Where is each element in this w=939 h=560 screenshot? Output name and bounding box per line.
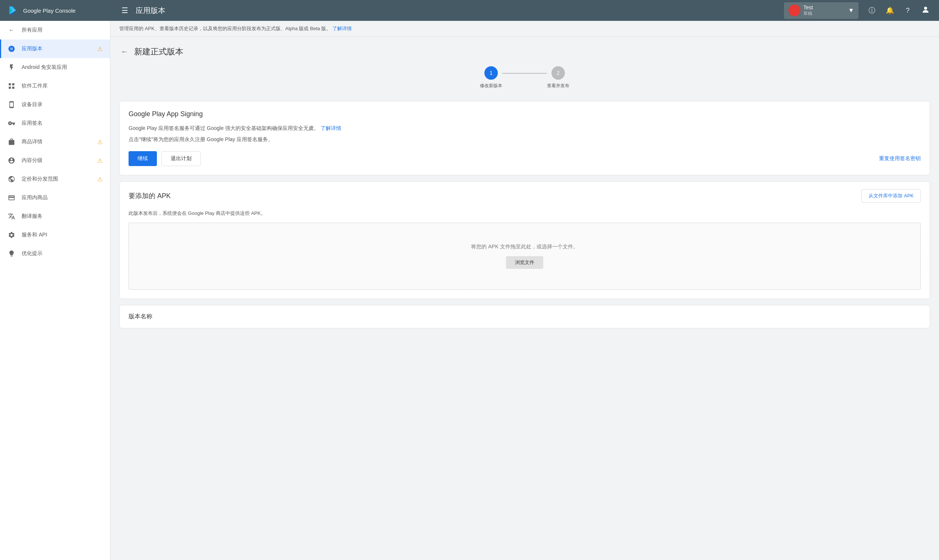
back-arrow-icon: ← [8,26,15,34]
device-icon [8,100,15,109]
drop-zone[interactable]: 将您的 APK 文件拖至此处，或选择一个文件。 浏览文件 [128,223,921,290]
warning-icon-content-rating: ⚠ [97,157,102,164]
sidebar-item-pricing[interactable]: 定价和分发范围 ⚠ [0,170,110,188]
warning-icon-app-version: ⚠ [97,45,102,52]
version-name-section: 版本名称 [119,305,930,328]
step-1-circle: 1 [484,66,498,80]
header-icons: ⓘ 🔔 ? [865,3,933,18]
sidebar-item-optimization[interactable]: 优化提示 [0,244,110,263]
app-selector[interactable]: Test 草稿 ▼ [784,2,859,19]
account-icon [921,5,930,16]
header-page-title: 应用版本 [136,6,165,15]
signing-card-desc1: Google Play 应用签名服务可通过 Google 强大的安全基础架构确保… [128,124,921,132]
top-header: Google Play Console ☰ 应用版本 Test 草稿 ▼ ⓘ 🔔… [0,0,939,21]
sidebar-item-software-lib[interactable]: 软件工件库 [0,77,110,95]
info-bar: 管理应用的 APK、查看版本历史记录，以及将您的应用分阶段发布为正式版、Alph… [110,21,939,37]
sidebar-item-device-catalog[interactable]: 设备目录 [0,95,110,114]
signing-card-desc2: 点击"继续"将为您的应用永久注册 Google Play 应用签名服务。 [128,135,921,143]
step-2: 2 查看并发布 [547,66,569,89]
drop-zone-text: 将您的 APK 文件拖至此处，或选择一个文件。 [471,243,578,250]
sidebar-item-app-signing[interactable]: 应用签名 [0,114,110,132]
store-icon [8,138,15,146]
step-1: 1 修改新版本 [480,66,502,89]
back-arrow-icon: ← [121,47,128,55]
key-icon [8,119,15,127]
sidebar-item-translation[interactable]: 翻译服务 [0,207,110,226]
sidebar-label-services-api: 服务和 API [22,232,102,238]
apk-section-title: 要添加的 APK [128,191,171,200]
sidebar-label-pricing: 定价和分发范围 [22,176,91,182]
step-connector [502,73,547,74]
google-play-logo [6,4,19,17]
signing-card-title: Google Play App Signing [128,110,921,118]
sidebar-label-in-app: 应用内商品 [22,194,102,201]
sidebar-label-all-apps: 所有应用 [22,27,102,34]
translate-icon [8,212,15,220]
version-section-title: 版本名称 [128,313,153,320]
sidebar-label-app-version: 应用版本 [22,45,91,52]
hamburger-button[interactable]: ☰ [120,5,130,16]
warning-icon-store-details: ⚠ [97,138,102,146]
signing-card-actions-left: 继续 退出计划 [128,151,201,166]
add-apk-button[interactable]: 从文件库中添加 APK [862,189,921,203]
sidebar-item-android-instant[interactable]: Android 免安装应用 [0,58,110,77]
sidebar-item-in-app[interactable]: 应用内商品 [0,188,110,207]
sidebar-item-all-apps[interactable]: ← 所有应用 [0,21,110,40]
dropdown-arrow-icon: ▼ [848,7,854,14]
header-center: ☰ 应用版本 [120,5,778,16]
app-info: Test 草稿 [803,5,845,17]
sidebar-label-android-instant: Android 免安装应用 [22,64,102,71]
steps-container: 1 修改新版本 2 查看并发布 [119,66,930,89]
signing-card-actions: 继续 退出计划 重复使用签名密钥 [128,151,921,166]
app-status: 草稿 [803,11,845,17]
app-name: Test [803,5,845,11]
info-button[interactable]: ⓘ [865,3,879,18]
opt-out-button[interactable]: 退出计划 [161,151,201,166]
globe-icon [8,175,15,183]
reuse-key-button[interactable]: 重复使用签名密钥 [879,152,921,166]
sidebar: ← 所有应用 应用版本 ⚠ Android 免安装应用 [0,21,110,560]
account-button[interactable] [918,3,933,18]
page-header: ← 新建正式版本 [119,46,930,57]
help-icon: ? [906,7,910,14]
warning-icon-pricing: ⚠ [97,176,102,183]
info-bar-link[interactable]: 了解详情 [332,26,352,31]
rocket-icon [8,45,15,53]
info-bar-text: 管理应用的 APK、查看版本历史记录，以及将您的应用分阶段发布为正式版、Alph… [119,26,331,31]
sidebar-item-services-api[interactable]: 服务和 API [0,226,110,244]
sidebar-item-app-version[interactable]: 应用版本 ⚠ [0,40,110,58]
sidebar-label-app-signing: 应用签名 [22,120,102,126]
main-layout: ← 所有应用 应用版本 ⚠ Android 免安装应用 [0,21,939,560]
sidebar-label-translation: 翻译服务 [22,213,102,220]
step-2-label: 查看并发布 [547,83,569,89]
svg-point-5 [924,7,927,10]
sidebar-item-content-rating[interactable]: 内容分级 ⚠ [0,151,110,170]
settings-icon [8,231,15,239]
lightning-icon [8,63,15,71]
browse-button[interactable]: 浏览文件 [506,256,543,269]
sidebar-item-store-details[interactable]: 商品详情 ⚠ [0,132,110,151]
card-icon [8,194,15,202]
step-2-circle: 2 [552,66,565,80]
continue-button[interactable]: 继续 [128,151,157,166]
signing-learn-more-link[interactable]: 了解详情 [321,125,341,131]
step-1-label: 修改新版本 [480,83,502,89]
back-button[interactable]: ← [119,46,130,57]
logo-text: Google Play Console [23,8,76,14]
sidebar-label-device-catalog: 设备目录 [22,101,102,108]
sidebar-label-content-rating: 内容分级 [22,157,91,164]
apk-section-desc: 此版本发布后，系统便会在 Google Play 商店中提供这些 APK。 [120,210,930,223]
bulb-icon [8,249,15,258]
page-title: 新建正式版本 [134,46,183,57]
signing-card: Google Play App Signing Google Play 应用签名… [119,101,930,175]
sidebar-label-software-lib: 软件工件库 [22,83,102,89]
sidebar-label-optimization: 优化提示 [22,250,102,257]
info-icon: ⓘ [868,6,875,15]
help-button[interactable]: ? [900,3,915,18]
app-icon [788,5,800,16]
content-body: ← 新建正式版本 1 修改新版本 2 查看并发布 [110,37,939,560]
apk-section-header: 要添加的 APK 从文件库中添加 APK [120,182,930,210]
notification-button[interactable]: 🔔 [882,3,897,18]
apk-section: 要添加的 APK 从文件库中添加 APK 此版本发布后，系统便会在 Google… [119,182,930,299]
sidebar-label-store-details: 商品详情 [22,138,91,145]
